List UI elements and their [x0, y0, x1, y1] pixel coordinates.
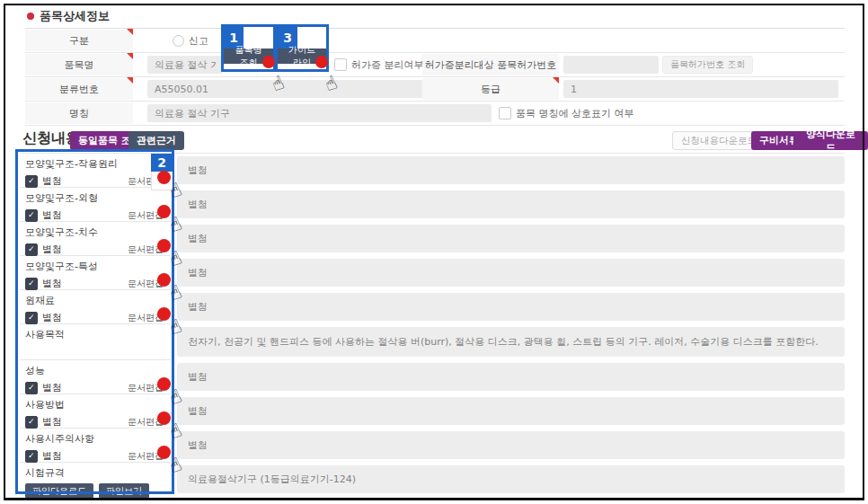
row-gubun: 구분 신고 조건부 [25, 29, 845, 53]
apply-row-title: 시험규격 [25, 466, 165, 480]
required-icon [127, 77, 133, 84]
apply-row-value: 별첨 [177, 363, 845, 391]
apply-row-left-cell: 사용시주의사항 별첨 문서편집 ☝ [20, 429, 171, 463]
gubun-label: 구분 [25, 30, 133, 51]
class-number-label: 분류번호 [25, 78, 133, 100]
apply-row: 원재료 별첨 문서편집 ☝ 별첨 [20, 290, 845, 324]
permit-separation-checkbox[interactable] [334, 58, 347, 71]
permit-number-search-button[interactable]: 품목허가번호 조회 [662, 56, 753, 74]
apply-row-title: 사용시주의사항 [25, 432, 165, 446]
apply-row-value: 천자기, 천공기 및 핸드피스 등에 사용하는 절삭용 버(burr), 절삭용… [177, 327, 845, 357]
required-icon [553, 77, 559, 84]
click-dot-icon [262, 56, 275, 68]
apply-row-value: 별첨 [177, 190, 845, 218]
apply-row-left-cell: 모양및구조-특성 별첨 문서편집 ☝ [20, 256, 171, 290]
apply-row: 성능 별첨 문서편집 ☝ 별첨 [20, 360, 845, 394]
related-basis-button[interactable]: 관련근거 [128, 131, 184, 150]
attachment-label: 별첨 [42, 311, 62, 324]
apply-row-title: 성능 [25, 364, 165, 377]
permit-separation-label: 허가증 분리여부 [351, 58, 424, 72]
attachment-checkbox[interactable] [25, 382, 38, 394]
attachment-checkbox[interactable] [25, 416, 38, 429]
row-name: 명칭 품목 명칭에 상호표기 여부 [25, 102, 845, 126]
detail-table: 구분 신고 조건부 품목명 허가증 분리여부 허가증분리대상 품목허가번호 품목… [25, 28, 845, 126]
form-download-button[interactable]: 양식다운로드 [793, 131, 868, 150]
annotation-box-step1: 1 품목명 조회 ☝ [221, 24, 276, 72]
name-input[interactable] [147, 104, 492, 122]
grade-input[interactable] [563, 80, 838, 98]
red-bullet-icon [27, 13, 34, 20]
apply-row: 사용목적 천자기, 천공기 및 핸드피스 등에 사용하는 절삭용 버(burr)… [20, 324, 845, 360]
radio-singo[interactable] [173, 35, 184, 47]
attachment-label: 별첨 [42, 208, 62, 222]
apply-row-left-cell: 원재료 별첨 문서편집 ☝ [20, 290, 171, 324]
attachment-checkbox[interactable] [25, 278, 38, 290]
attachment-label: 별첨 [42, 381, 62, 394]
detail-section-title-text: 품목상세정보 [40, 8, 110, 24]
apply-row-value: 별첨 [177, 259, 845, 287]
attachment-checkbox[interactable] [25, 312, 38, 324]
apply-row-value: 별첨 [177, 225, 845, 252]
apply-row-value: 별첨 [177, 156, 845, 184]
detail-section-title: 품목상세정보 [27, 8, 110, 24]
apply-row-value: 별첨 [177, 397, 845, 425]
click-dot-icon [315, 56, 328, 68]
apply-row: 모양및구조-특성 별첨 문서편집 ☝ 별첨 [20, 256, 845, 290]
apply-row-title: 원재료 [25, 294, 165, 307]
apply-row-left-cell: 성능 별첨 문서편집 ☝ [20, 360, 171, 394]
apply-row-value: 별첨 [177, 293, 845, 321]
row-class-number: 분류번호 등급 [25, 77, 845, 102]
attachment-label: 별첨 [42, 277, 62, 290]
file-view-button[interactable]: 파일보기 [99, 483, 149, 499]
required-icon [127, 29, 133, 35]
item-name-label: 품목명 [25, 54, 133, 75]
attachment-checkbox[interactable] [25, 450, 38, 463]
attachment-checkbox[interactable] [25, 175, 38, 188]
name-label: 명칭 [25, 102, 133, 124]
radio-singo-label: 신고 [189, 34, 208, 48]
permit-number-label: 허가증분리대상 품목허가번호 [422, 54, 559, 75]
apply-row: 사용방법 별첨 문서편집 ☝ 별첨 [20, 394, 845, 429]
apply-rows: 모양및구조-작용원리 별첨 문서편집 ☝ 별첨 모양및구조-외형 별첨 문서편집… [20, 153, 845, 497]
apply-row-title: 모양및구조-치수 [25, 225, 165, 239]
grade-label: 등급 [422, 78, 559, 100]
apply-row: 모양및구조-외형 별첨 문서편집 ☝ 별첨 [20, 188, 845, 222]
file-download-button[interactable]: 파일다운로드 [25, 483, 93, 499]
attachment-checkbox[interactable] [25, 243, 38, 256]
apply-row-left-cell: 시험규격 파일다운로드 파일보기 [20, 463, 171, 497]
apply-row-title: 사용목적 [25, 328, 165, 341]
required-icon [127, 53, 133, 59]
apply-row: 시험규격 파일다운로드 파일보기 의료용절삭기구 (1등급의료기기-124) [20, 463, 845, 497]
brand-mark-checkbox[interactable] [499, 107, 511, 119]
apply-row-left-cell: 사용목적 [20, 324, 171, 360]
attachment-label: 별첨 [42, 449, 62, 463]
apply-row: 모양및구조-치수 별첨 문서편집 ☝ 별첨 [20, 222, 845, 256]
apply-row-title: 모양및구조-외형 [25, 191, 165, 205]
attachment-label: 별첨 [42, 243, 62, 256]
apply-row-left-cell: 모양및구조-외형 별첨 문서편집 ☝ [20, 188, 171, 222]
apply-row-left-cell: 모양및구조-작용원리 별첨 문서편집 ☝ [20, 154, 171, 188]
apply-row: 모양및구조-작용원리 별첨 문서편집 ☝ 별첨 [20, 154, 845, 188]
apply-row-left-cell: 모양및구조-치수 별첨 문서편집 ☝ [20, 222, 171, 256]
attachment-checkbox[interactable] [25, 209, 38, 222]
step2-number-badge: 2 [151, 154, 173, 172]
row-item-name: 품목명 허가증 분리여부 허가증분리대상 품목허가번호 품목허가번호 조회 [25, 53, 845, 77]
apply-row-title: 사용방법 [25, 398, 165, 411]
apply-row-value: 의료용절삭기구 (1등급의료기기-124) [177, 465, 845, 493]
item-name-input[interactable] [147, 56, 223, 74]
attachment-label: 별첨 [42, 174, 62, 188]
apply-row-value: 별첨 [177, 431, 845, 459]
attachment-label: 별첨 [42, 415, 62, 429]
apply-row: 사용시주의사항 별첨 문서편집 ☝ 별첨 [20, 429, 845, 463]
apply-row-title: 모양및구조-작용원리 [25, 157, 165, 171]
annotation-box-step3: 3 가이드 라인 ☝ [275, 24, 329, 72]
apply-row-title: 모양및구조-특성 [25, 260, 165, 273]
permit-number-input[interactable] [563, 56, 659, 74]
apply-row-left-cell: 사용방법 별첨 문서편집 ☝ [20, 394, 171, 429]
brand-mark-label: 품목 명칭에 상호표기 여부 [516, 107, 634, 120]
